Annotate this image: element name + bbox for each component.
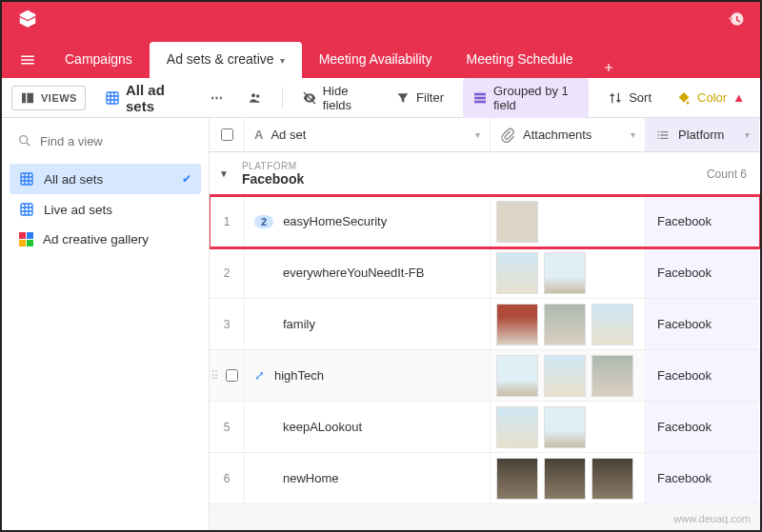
view-toolbar: VIEWS All ad sets ⋯ Hide fields Filter G… [2,78,760,118]
table-row[interactable]: 5 keepALookout Facebook [210,402,760,453]
attachment-thumbnail[interactable] [592,304,633,345]
attachment-thumbnail[interactable] [544,252,586,294]
group-header[interactable]: ▼ PLATFORM Facebook Count 6 [210,152,760,196]
select-all-cell[interactable] [210,118,244,151]
sort-icon [608,90,623,106]
chevron-down-icon[interactable]: ▾ [631,129,635,140]
sort-button[interactable]: Sort [602,87,657,109]
svg-rect-0 [107,92,118,104]
attachment-thumbnail[interactable] [496,458,538,500]
svg-point-6 [20,136,28,144]
tab-campaigns[interactable]: Campaigns [48,42,150,78]
chevron-down-icon[interactable]: ▾ [745,129,750,140]
cell-adset[interactable]: 2 easyHomeSecurity [244,196,490,246]
sidebar-item-live-ad-sets[interactable]: Live ad sets [10,194,201,225]
drag-handle-icon[interactable]: ⠿ [210,350,219,401]
row-number: 3 [210,299,244,349]
cell-attachments[interactable] [490,350,645,401]
cell-attachments[interactable] [490,402,645,452]
group-title-block: PLATFORM Facebook [242,161,304,187]
record-name: highTech [274,368,324,383]
sidebar-item-ad-creative-gallery[interactable]: Ad creative gallery [10,225,201,254]
chevron-down-icon[interactable]: ▾ [475,129,480,140]
cell-adset[interactable]: newHome [244,453,490,503]
attachment-thumbnail[interactable] [496,252,538,294]
sidebar-item-label: Live ad sets [44,203,112,217]
svg-point-2 [256,94,259,97]
gallery-view-icon [19,232,33,246]
attachment-thumbnail[interactable] [496,201,538,243]
column-header-attachments[interactable]: Attachments ▾ [490,118,645,151]
attachment-thumbnail[interactable] [544,458,586,500]
cell-platform[interactable]: Facebook [645,196,759,246]
collaborators-button[interactable] [242,87,269,109]
tab-meeting-schedule[interactable]: Meeting Schedule [449,42,590,78]
table-row[interactable]: 6 newHome Facebook [210,453,760,504]
attachment-thumbnail[interactable] [544,406,586,448]
row-number: 6 [210,453,244,503]
history-icon[interactable] [728,10,745,28]
group-field-label: PLATFORM [242,161,304,171]
group-button[interactable]: Grouped by 1 field [463,78,589,118]
attachment-thumbnail[interactable] [592,458,633,500]
cell-attachments[interactable] [490,299,645,349]
attachment-thumbnail[interactable] [496,406,538,448]
attachment-thumbnail[interactable] [592,355,633,397]
table-row[interactable]: 2 everywhereYouNeedIt-FB Facebook [210,247,760,299]
filter-label: Filter [416,90,444,105]
current-view-button[interactable]: All ad sets [99,78,191,118]
attachment-thumbnail[interactable] [496,355,538,397]
grid-view-icon [105,90,120,106]
table-row[interactable]: ⠿ ⤢ highTech Facebook [210,350,760,402]
svg-point-1 [251,93,255,97]
record-name: family [283,317,315,331]
color-button[interactable]: Color ▲ [671,87,751,109]
expand-record-icon[interactable]: ⤢ [254,368,265,383]
cell-adset[interactable]: family [244,299,490,349]
select-all-checkbox[interactable] [221,128,233,141]
cell-platform[interactable]: Facebook [645,350,759,401]
cell-attachments[interactable] [490,453,645,503]
group-count: Count 6 [707,167,747,181]
cell-adset[interactable]: everywhereYouNeedIt-FB [244,247,490,298]
row-checkbox-cell[interactable] [219,350,244,401]
cell-platform[interactable]: Facebook [645,247,759,298]
grid-view-icon [19,202,34,217]
menu-button[interactable] [13,42,42,78]
cell-attachments[interactable] [490,196,645,246]
column-header-row: A Ad set ▾ Attachments ▾ Platform ▾ [210,118,760,152]
attachment-thumbnail[interactable] [544,304,586,345]
table-row[interactable]: 3 family Facebook [210,299,760,350]
cell-attachments[interactable] [490,247,645,298]
cell-platform[interactable]: Facebook [645,402,759,452]
collapse-triangle-icon[interactable]: ▼ [219,168,229,179]
eye-off-icon [302,90,317,106]
grid-view-icon [19,171,34,187]
filter-icon [395,90,411,106]
hide-fields-button[interactable]: Hide fields [296,80,376,116]
sidebar-item-all-ad-sets[interactable]: All ad sets ✔ [10,164,201,194]
cell-platform[interactable]: Facebook [645,299,759,349]
add-table-button[interactable] [591,61,627,78]
views-sidebar-toggle[interactable]: VIEWS [11,86,86,110]
cell-adset[interactable]: keepALookout [244,402,490,452]
table-tabs: Campaigns Ad sets & creative▾ Meeting Av… [2,36,760,78]
cell-adset[interactable]: ⤢ highTech [244,350,490,401]
row-checkbox[interactable] [226,369,238,382]
view-more-button[interactable]: ⋯ [205,87,229,108]
filter-button[interactable]: Filter [390,87,450,109]
tab-meeting-availability[interactable]: Meeting Availability [302,42,450,78]
attachment-thumbnail[interactable] [496,304,538,345]
column-header-adset[interactable]: A Ad set ▾ [244,118,490,151]
color-label: Color [697,90,727,105]
row-number: 5 [210,402,244,452]
sidebar-icon [20,90,35,106]
table-row[interactable]: 1 2 easyHomeSecurity Facebook [210,196,760,247]
divider [282,88,283,108]
find-view-input[interactable] [40,134,200,148]
current-view-name: All ad sets [126,82,186,114]
column-header-platform[interactable]: Platform ▾ [645,118,759,151]
tab-adsets-creative[interactable]: Ad sets & creative▾ [150,42,302,78]
attachment-thumbnail[interactable] [544,355,586,397]
cell-platform[interactable]: Facebook [645,453,759,503]
